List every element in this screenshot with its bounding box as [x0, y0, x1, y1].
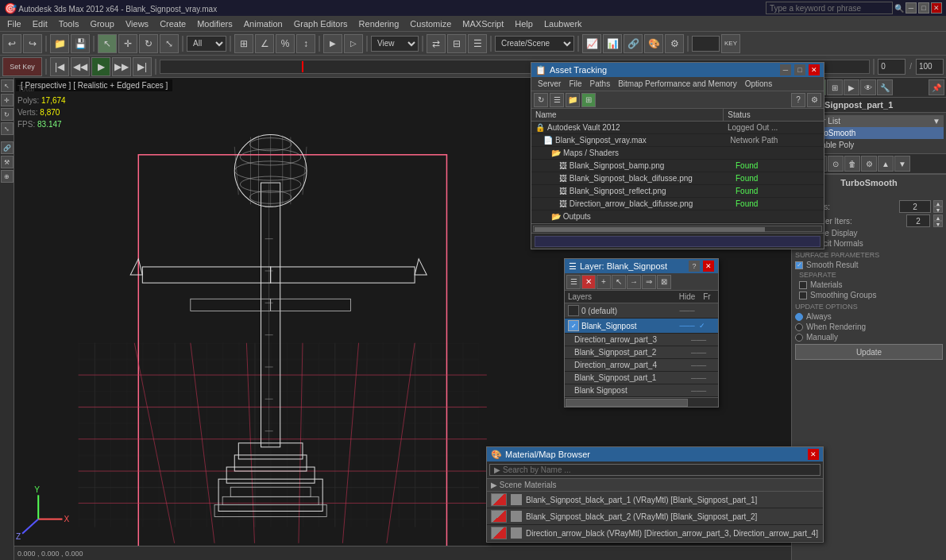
layer-btn-move[interactable]: →	[627, 275, 641, 289]
menu-file[interactable]: File	[2, 17, 27, 30]
redo-button[interactable]: ↪	[23, 34, 42, 53]
at-row-direction[interactable]: 🖼 Direction_arrow_black_difusse.png Foun…	[531, 198, 824, 210]
layer-btn-delete[interactable]: ✕	[581, 275, 596, 289]
layer-row-dir4[interactable]: Direction_arrow_part_4 ───	[565, 359, 718, 372]
minimize-button[interactable]: ─	[905, 2, 917, 14]
end-frame[interactable]	[916, 59, 944, 75]
mb-search-input[interactable]	[503, 465, 816, 474]
display-btn[interactable]: 👁	[860, 79, 876, 95]
render-iters-input[interactable]	[906, 214, 930, 227]
configure-btn[interactable]: ⚙	[861, 156, 877, 172]
next-key-btn[interactable]: ▶▶	[112, 57, 131, 76]
curve-editor[interactable]: 📈	[582, 34, 601, 53]
always-radio[interactable]	[795, 313, 803, 321]
prev-frame-btn[interactable]: |◀	[50, 57, 69, 76]
at-scrollbar[interactable]	[531, 223, 824, 233]
scale-tool[interactable]: ⤡	[1, 122, 14, 135]
mb-close-btn[interactable]: ✕	[808, 449, 819, 460]
align-button[interactable]: ⊟	[447, 34, 466, 53]
play-btn[interactable]: ▶	[91, 57, 110, 76]
menu-edit[interactable]: Edit	[27, 17, 53, 30]
link-tool[interactable]: 🔗	[1, 141, 14, 154]
key-mode[interactable]: KEY	[721, 34, 740, 53]
motion-btn[interactable]: ▶	[844, 79, 859, 95]
at-menu-server[interactable]: Server	[534, 79, 565, 89]
create-scene-select[interactable]: Create/Scene	[495, 36, 574, 52]
menu-customize[interactable]: Customize	[404, 17, 457, 30]
at-row-reflect[interactable]: 🖼 Blank_Signpost_reflect.png Found	[531, 185, 824, 198]
smooth-result-checkbox[interactable]: ✓	[795, 261, 803, 269]
at-menu-file[interactable]: File	[565, 79, 585, 89]
at-row-bamp[interactable]: 🖼 Blank_Signpost_bamp.png Found	[531, 160, 824, 172]
iterations-input[interactable]	[899, 200, 931, 213]
at-row-maps[interactable]: 📂 Maps / Shaders	[531, 147, 824, 160]
at-btn-help[interactable]: ?	[791, 93, 805, 107]
render-setup[interactable]: ⚙	[665, 34, 684, 53]
dope-sheet[interactable]: 📊	[603, 34, 622, 53]
make-unique-btn[interactable]: ⊙	[828, 156, 844, 172]
unlink-tool[interactable]: ⚒	[1, 156, 14, 168]
at-row-file[interactable]: 📄 Blank_Signpost_vray.max Network Path	[531, 134, 824, 147]
layer-button[interactable]: ☰	[468, 34, 487, 53]
at-row-vault[interactable]: 🔒 Autodesk Vault 2012 Logged Out ...	[531, 122, 824, 134]
search-input[interactable]	[766, 2, 893, 14]
percent-snap[interactable]: %	[276, 34, 295, 53]
select-tool[interactable]: ↖	[1, 79, 14, 92]
menu-help[interactable]: Help	[509, 17, 539, 30]
layer-scrollbar[interactable]	[565, 397, 718, 407]
smoothing-groups-checkbox[interactable]	[799, 292, 807, 299]
iterations-down[interactable]: ▼	[933, 207, 943, 213]
render-iters-down[interactable]: ▼	[933, 221, 943, 227]
move-button[interactable]: ✛	[118, 34, 137, 53]
at-btn-table[interactable]: ⊞	[581, 93, 596, 107]
remove-mod-btn[interactable]: 🗑	[844, 156, 860, 172]
manually-radio[interactable]	[795, 334, 803, 342]
mb-item-3[interactable]: Direction_arrow_black (VRayMtl) [Directi…	[487, 525, 823, 542]
mirror-button[interactable]: ⇄	[427, 34, 446, 53]
layer-btn-merge[interactable]: ⇒	[642, 275, 656, 289]
menu-graph-editors[interactable]: Graph Editors	[288, 17, 353, 30]
at-maximize-btn[interactable]: □	[794, 64, 805, 75]
at-btn-paths[interactable]: 📁	[566, 93, 580, 107]
layer-minimize-btn[interactable]: ?	[689, 261, 700, 272]
render-button[interactable]: ▶	[323, 34, 342, 53]
undo-button[interactable]: ↩	[2, 34, 21, 53]
frame-input[interactable]: 247	[692, 36, 720, 52]
select-button[interactable]: ↖	[98, 34, 117, 53]
open-button[interactable]: 📁	[50, 34, 69, 53]
at-btn-list[interactable]: ☰	[550, 93, 564, 107]
layer-row-blanksign[interactable]: Blank Signpost ───	[565, 384, 718, 397]
layer-row-blank[interactable]: ✓ Blank_Signpost ─── ✓	[565, 319, 718, 334]
utilities-btn[interactable]: 🔧	[877, 79, 893, 95]
update-button[interactable]: Update	[795, 344, 943, 360]
nav-up-btn[interactable]: ▲	[878, 156, 894, 172]
menu-tools[interactable]: Tools	[53, 17, 85, 30]
reference-select[interactable]: All	[187, 36, 226, 52]
menu-create[interactable]: Create	[154, 17, 191, 30]
hierarchy-btn[interactable]: ⊞	[827, 79, 843, 95]
bind-tool[interactable]: ⊕	[1, 170, 14, 183]
next-frame-btn[interactable]: ▶|	[133, 57, 152, 76]
menu-modifiers[interactable]: Modifiers	[191, 17, 238, 30]
layer-close-btn[interactable]: ✕	[703, 261, 714, 272]
close-button[interactable]: ✕	[931, 2, 942, 14]
layer-btn-ungroup[interactable]: ⊠	[657, 275, 671, 289]
menu-rendering[interactable]: Rendering	[353, 17, 405, 30]
at-btn-refresh[interactable]: ↻	[534, 93, 548, 107]
layer-row-default[interactable]: 0 (default) ───	[565, 303, 718, 319]
pin-btn[interactable]: 📌	[929, 79, 944, 95]
materials-checkbox[interactable]	[799, 281, 807, 289]
prev-key-btn[interactable]: ◀◀	[71, 57, 90, 76]
at-menu-bitmap[interactable]: Bitmap Performance and Memory	[614, 79, 741, 89]
layer-btn-add[interactable]: +	[597, 275, 611, 289]
menu-group[interactable]: Group	[84, 17, 120, 30]
at-row-outputs[interactable]: 📂 Outputs	[531, 210, 824, 223]
render-iters-up[interactable]: ▲	[933, 214, 943, 221]
quick-render[interactable]: ▷	[344, 34, 363, 53]
menu-views[interactable]: Views	[120, 17, 154, 30]
layer-btn-select[interactable]: ↖	[612, 275, 626, 289]
at-close-btn[interactable]: ✕	[809, 64, 820, 75]
angle-snap[interactable]: ∠	[255, 34, 274, 53]
move-tool[interactable]: ✛	[1, 94, 14, 106]
layer-btn-new[interactable]: ☰	[566, 275, 581, 289]
